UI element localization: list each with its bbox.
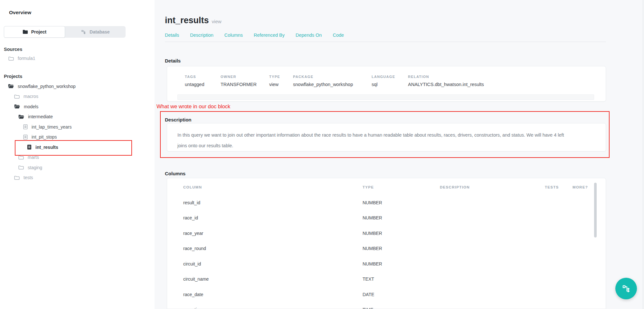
- tab-details[interactable]: Details: [165, 33, 179, 38]
- sidebar: Overview Project Database Sources formul…: [0, 0, 155, 309]
- page-title: int_resultsview: [165, 15, 222, 25]
- col-header-description: DESCRIPTION: [440, 185, 545, 189]
- columns-table-body: result_id NUMBER race_id NUMBER race_yea…: [183, 195, 590, 309]
- tree-item-models[interactable]: models: [0, 101, 155, 112]
- tree-item-label: int_pit_stops: [32, 134, 57, 140]
- field-owner: OWNER TRANSFORMER: [221, 75, 269, 87]
- tabs-divider: [165, 42, 606, 42]
- columns-card: COLUMN TYPE DESCRIPTION TESTS MORE? resu…: [167, 178, 606, 309]
- col-header-more: MORE?: [573, 185, 590, 189]
- window-right-edge: [643, 0, 643, 309]
- field-relation: RELATION ANALYTICS.dbt_hwatson.int_resul…: [408, 75, 484, 87]
- tree-item-int_pit_stops[interactable]: int_pit_stops: [0, 132, 155, 142]
- tree-item-label: int_results: [35, 145, 58, 150]
- table-scrollbar-thumb[interactable]: [594, 183, 597, 237]
- col-header-column: COLUMN: [183, 185, 363, 189]
- sidebar-item-formula1[interactable]: formula1: [0, 54, 163, 63]
- tree-item-tests[interactable]: tests: [0, 173, 155, 183]
- tree-item-label: intermediate: [28, 114, 53, 119]
- sidebar-item-label: formula1: [18, 56, 35, 61]
- file-icon: [23, 134, 28, 140]
- table-row-circuit_name[interactable]: circuit_name TEXT: [183, 272, 590, 287]
- table-row-race_time[interactable]: race_time TIME: [183, 302, 590, 309]
- sources-section-label: Sources: [4, 47, 22, 52]
- project-toggle-button[interactable]: Project: [4, 26, 65, 38]
- description-text: In this query we want to join out other …: [177, 130, 572, 151]
- view-toggle: Project Database: [4, 26, 126, 38]
- tree-item-macros[interactable]: macros: [0, 92, 155, 102]
- lineage-graph-fab-button[interactable]: [615, 278, 637, 299]
- folder-open-icon: [18, 114, 24, 119]
- database-toggle-label: Database: [90, 29, 109, 34]
- tree-item-snowflake_python_workshop[interactable]: snowflake_python_workshop: [0, 81, 155, 92]
- table-row-result_id[interactable]: result_id NUMBER: [183, 195, 590, 210]
- tab-depends-on[interactable]: Depends On: [296, 33, 322, 38]
- project-toggle-label: Project: [31, 29, 46, 34]
- field-package: PACKAGE snowflake_python_workshop: [293, 75, 372, 87]
- table-row-race_id[interactable]: race_id NUMBER: [183, 210, 590, 226]
- folder-closed-icon: [18, 155, 24, 160]
- tab-description[interactable]: Description: [190, 33, 213, 38]
- file-solid-icon: [27, 144, 32, 150]
- file-icon: [23, 124, 28, 130]
- col-header-type: TYPE: [363, 185, 440, 189]
- tree-item-label: staging: [28, 165, 42, 170]
- dbt-docs-page: Overview Project Database Sources formul…: [0, 0, 644, 309]
- field-language: LANGUAGE sql: [372, 75, 408, 87]
- folder-open-icon: [8, 84, 14, 89]
- columns-table-header: COLUMN TYPE DESCRIPTION TESTS MORE?: [183, 185, 590, 189]
- tab-referenced-by[interactable]: Referenced By: [254, 33, 285, 38]
- folder-closed-icon: [18, 165, 24, 170]
- tree-item-marts[interactable]: marts: [0, 152, 155, 163]
- table-row-circuit_id[interactable]: circuit_id NUMBER: [183, 256, 590, 272]
- tree-item-label: tests: [24, 175, 33, 180]
- doc-block-annotation: What we wrote in our doc block: [156, 103, 230, 110]
- database-toggle-button[interactable]: Database: [65, 26, 126, 38]
- sidebar-heading: Overview: [9, 10, 31, 15]
- tree-item-label: models: [24, 104, 38, 109]
- col-header-tests: TESTS: [545, 185, 573, 189]
- field-tags: TAGS untagged: [185, 75, 221, 87]
- table-row-race_year[interactable]: race_year NUMBER: [183, 226, 590, 241]
- lineage-graph-icon: [621, 284, 631, 294]
- tree-item-label: snowflake_python_workshop: [18, 84, 76, 89]
- tree-item-label: macros: [24, 94, 38, 99]
- tree-item-label: marts: [28, 155, 39, 160]
- projects-section-label: Projects: [4, 74, 22, 79]
- details-collapsed-strip[interactable]: [177, 94, 594, 100]
- description-card: In this query we want to join out other …: [167, 123, 606, 151]
- folder-icon: [23, 30, 28, 34]
- details-fields: TAGS untagged OWNER TRANSFORMER TYPE vie…: [185, 75, 484, 87]
- description-heading: Description: [165, 117, 192, 122]
- tree-item-staging[interactable]: staging: [0, 162, 155, 173]
- details-heading: Details: [165, 58, 181, 63]
- tree-item-intermediate[interactable]: intermediate: [0, 112, 155, 122]
- details-card: TAGS untagged OWNER TRANSFORMER TYPE vie…: [167, 66, 606, 101]
- field-type: TYPE view: [269, 75, 293, 87]
- tab-bar: Details Description Columns Referenced B…: [165, 33, 344, 38]
- model-name: int_results: [165, 15, 209, 25]
- tree-item-int_results[interactable]: int_results: [0, 142, 155, 152]
- table-row-race_round[interactable]: race_round NUMBER: [183, 241, 590, 256]
- tab-columns[interactable]: Columns: [224, 33, 243, 38]
- project-tree: snowflake_python_workshop macros models …: [0, 81, 155, 183]
- tab-code[interactable]: Code: [333, 33, 344, 38]
- folder-closed-icon: [8, 56, 14, 61]
- folder-closed-icon: [14, 94, 20, 99]
- folder-closed-icon: [14, 175, 20, 180]
- folder-open-icon: [14, 104, 20, 109]
- lineage-graph-icon: [81, 29, 86, 35]
- table-row-race_date[interactable]: race_date DATE: [183, 287, 590, 302]
- tree-item-int_lap_times_years[interactable]: int_lap_times_years: [0, 122, 155, 132]
- columns-heading: Columns: [165, 171, 185, 176]
- model-type-badge: view: [212, 19, 222, 24]
- tree-item-label: int_lap_times_years: [32, 124, 72, 130]
